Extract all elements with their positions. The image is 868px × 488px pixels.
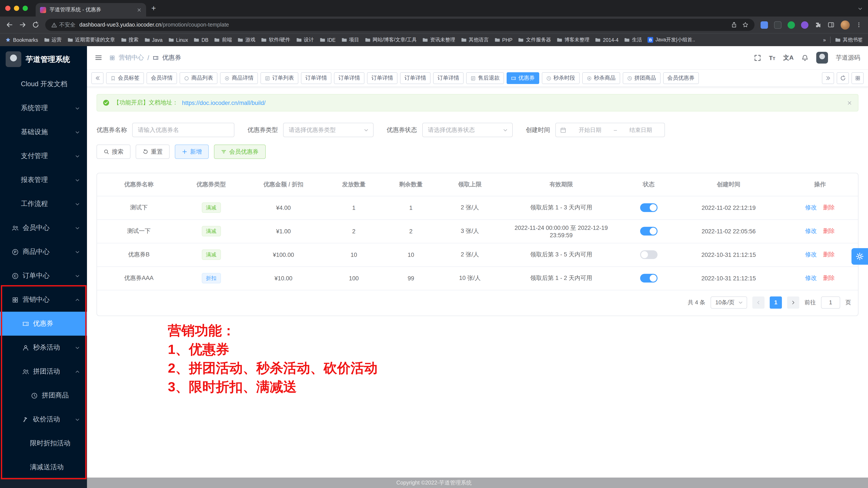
page-tab[interactable]: 订单详情: [334, 72, 365, 84]
coupon-type-select[interactable]: 请选择优惠券类型: [283, 123, 374, 137]
bookmark-folder[interactable]: 资讯未整理: [423, 36, 455, 43]
status-toggle[interactable]: [640, 227, 657, 235]
start-date-placeholder[interactable]: 开始日期: [570, 126, 610, 134]
bookmark-folder[interactable]: DB: [194, 37, 209, 42]
bookmark-folder[interactable]: 搜索: [121, 36, 138, 43]
sidebar-item-coupon[interactable]: 优惠券: [0, 312, 87, 336]
back-icon[interactable]: [6, 21, 13, 28]
extension-icon[interactable]: [761, 21, 768, 29]
page-tab[interactable]: 订单详情: [367, 72, 398, 84]
sidebar-item-product-center[interactable]: 商品中心: [0, 240, 87, 264]
create-time-range-picker[interactable]: 开始日期 – 结束日期: [555, 123, 665, 137]
coupon-name-input[interactable]: [132, 123, 235, 137]
end-date-placeholder[interactable]: 结束日期: [621, 126, 660, 134]
status-toggle[interactable]: [640, 203, 657, 212]
edit-link[interactable]: 修改: [805, 228, 817, 234]
bookmarks-overflow-button[interactable]: »: [823, 37, 826, 42]
security-indicator[interactable]: 不安全: [51, 21, 75, 29]
font-size-icon[interactable]: TT: [769, 54, 775, 61]
close-window-button[interactable]: [5, 6, 10, 11]
sidebar-item-report[interactable]: 报表管理: [0, 168, 87, 192]
refresh-page-button[interactable]: [837, 72, 849, 84]
sidebar-item-groupon-product[interactable]: 拼团商品: [0, 383, 87, 407]
page-tab[interactable]: 秒杀商品: [582, 72, 620, 84]
page-tab[interactable]: 会员详情: [147, 72, 177, 84]
bookmark-folder[interactable]: 生活: [624, 36, 642, 43]
sidebar-item-member-center[interactable]: 会员中心: [0, 216, 87, 240]
settings-gear-button[interactable]: [851, 248, 868, 265]
extension-icon[interactable]: [774, 21, 781, 29]
address-bar[interactable]: 不安全 dashboard-vue3.yudao.iocoder.cn/prom…: [45, 19, 754, 31]
browser-menu-kebab-icon[interactable]: [856, 22, 862, 28]
fullscreen-icon[interactable]: [754, 54, 761, 61]
locale-icon[interactable]: 文A: [783, 54, 794, 62]
tabs-menu-button[interactable]: [851, 72, 864, 84]
coupon-status-select[interactable]: 请选择优惠券状态: [422, 123, 513, 137]
next-page-button[interactable]: [787, 296, 799, 309]
page-tab[interactable]: 商品详情: [220, 72, 258, 84]
page-tab[interactable]: 会员优惠券: [663, 72, 699, 84]
forward-icon[interactable]: [19, 21, 26, 28]
bookmark-folder[interactable]: 游戏: [238, 36, 255, 43]
reset-button[interactable]: 重置: [136, 145, 169, 159]
user-avatar[interactable]: [816, 52, 828, 63]
bookmarks-root[interactable]: Bookmarks: [5, 37, 38, 42]
sidebar-item-pay[interactable]: 支付管理: [0, 144, 87, 168]
sidebar-item-groupon[interactable]: 拼团活动: [0, 360, 87, 383]
sidebar-item-order-center[interactable]: 订单中心: [0, 264, 87, 288]
bookmark-folder[interactable]: Linux: [168, 37, 188, 42]
page-tab[interactable]: 订单详情: [400, 72, 431, 84]
bookmark-folder[interactable]: 设计: [296, 36, 314, 43]
app-logo[interactable]: 芋道管理系统: [0, 46, 87, 72]
page-tab[interactable]: 订单列表: [260, 72, 298, 84]
share-icon[interactable]: [731, 22, 737, 28]
page-tab[interactable]: 售后退款: [466, 72, 504, 84]
edit-link[interactable]: 修改: [805, 251, 817, 258]
page-tab[interactable]: 订单详情: [301, 72, 331, 84]
extensions-puzzle-icon[interactable]: [814, 21, 822, 28]
extension-icon[interactable]: [787, 21, 795, 29]
bookmark-folder[interactable]: 文件服务器: [518, 36, 551, 43]
add-button[interactable]: 新增: [175, 145, 209, 159]
prev-page-button[interactable]: [752, 296, 765, 309]
page-tab[interactable]: 商品列表: [180, 72, 217, 84]
bookmark-folder[interactable]: 近期需要读的文章: [67, 36, 115, 43]
tab-search-icon[interactable]: [858, 4, 863, 12]
side-panel-icon[interactable]: [828, 21, 835, 28]
member-coupon-button[interactable]: 会员优惠券: [214, 145, 266, 159]
status-toggle[interactable]: [640, 274, 657, 283]
close-tab-icon[interactable]: [136, 7, 142, 12]
breadcrumb-item[interactable]: 营销中心: [119, 54, 144, 62]
page-tab-active[interactable]: 优惠券: [507, 72, 539, 84]
username[interactable]: 芋道源码: [836, 54, 860, 62]
bookmark-folder[interactable]: 博客未整理: [557, 36, 589, 43]
sidebar-item-promotion-center[interactable]: 营销中心: [0, 288, 87, 312]
sidebar-item-reward[interactable]: 满减送活动: [0, 455, 87, 479]
page-tab[interactable]: 秒杀时段: [541, 72, 580, 84]
reload-icon[interactable]: [32, 21, 39, 28]
delete-link[interactable]: 删除: [823, 228, 835, 234]
page-tab[interactable]: 订单详情: [433, 72, 464, 84]
bookmark-folder[interactable]: 其他语言: [461, 36, 489, 43]
browser-tab[interactable]: 芋道管理系统 - 优惠券: [36, 3, 146, 17]
collapse-sidebar-icon[interactable]: [95, 54, 102, 61]
page-number-button[interactable]: 1: [770, 296, 782, 309]
bookmark-folder[interactable]: IDE: [319, 37, 336, 42]
zoom-window-button[interactable]: [23, 6, 28, 11]
other-bookmarks[interactable]: 其他书签: [835, 36, 863, 43]
edit-link[interactable]: 修改: [805, 204, 817, 211]
bookmark-star-icon[interactable]: [742, 22, 748, 28]
goto-page-input[interactable]: [821, 296, 840, 309]
sidebar-item-cloud-docs[interactable]: Cloud 开发文档: [0, 72, 87, 96]
new-tab-button[interactable]: +: [151, 4, 156, 12]
bookmark-folder[interactable]: 2014-4: [595, 37, 619, 42]
bookmark-folder[interactable]: 网站/博客/文章/工具: [365, 36, 416, 43]
alert-link[interactable]: https://doc.iocoder.cn/mall/build/: [182, 99, 266, 106]
search-button[interactable]: 搜索: [97, 145, 130, 159]
sidebar-item-discount[interactable]: 限时折扣活动: [0, 431, 87, 455]
delete-link[interactable]: 删除: [823, 251, 835, 258]
page-size-select[interactable]: 10条/页: [711, 296, 747, 309]
sidebar-item-workflow[interactable]: 工作流程: [0, 192, 87, 216]
notification-bell-icon[interactable]: [802, 54, 808, 61]
extension-icon[interactable]: [801, 21, 808, 29]
